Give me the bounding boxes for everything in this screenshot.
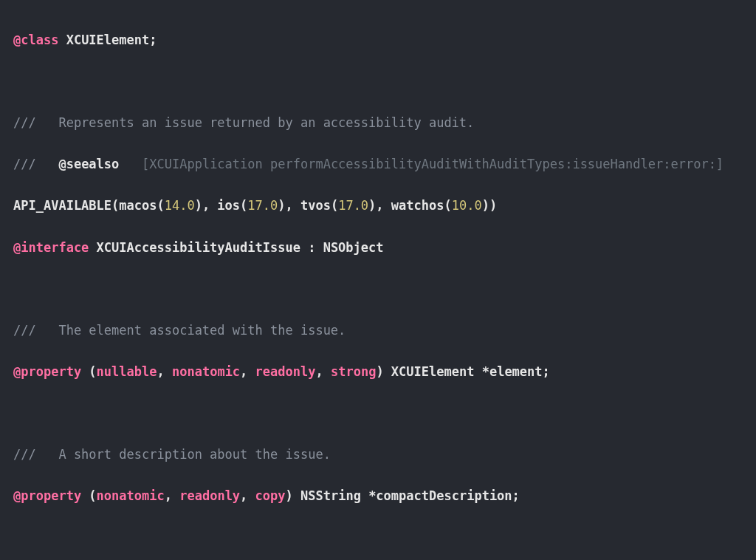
keyword-property: @property (13, 488, 81, 503)
code-line: /// @seealso [XCUIApplication performAcc… (13, 154, 743, 174)
comment: /// The element associated with the issu… (13, 323, 346, 338)
api-available: API_AVAILABLE(macos( (13, 198, 165, 213)
property-decl: ) XCUIElement *element; (376, 364, 549, 379)
code-line: @interface XCUIAccessibilityAuditIssue :… (13, 237, 743, 258)
version-number: 17.0 (247, 198, 278, 213)
keyword-interface: @interface (13, 240, 89, 255)
attr-copy: copy (255, 488, 286, 503)
attr-nonatomic: nonatomic (172, 364, 240, 379)
code-line: /// A short description about the issue. (13, 444, 743, 465)
code-line: /// Represents an issue returned by an a… (13, 112, 743, 133)
comment: /// Represents an issue returned by an a… (13, 115, 474, 130)
attr-nonatomic: nonatomic (97, 488, 165, 503)
code-line: /// The element associated with the issu… (13, 320, 743, 341)
version-number: 10.0 (452, 198, 482, 213)
code-line: API_AVAILABLE(macos(14.0), ios(17.0), tv… (13, 195, 743, 216)
code-editor[interactable]: @class XCUIElement; /// Represents an is… (0, 0, 756, 560)
interface-decl: XCUIAccessibilityAuditIssue : NSObject (89, 240, 383, 255)
code-line (13, 71, 743, 92)
code-line (13, 403, 743, 423)
comment: /// (13, 157, 58, 171)
property-decl: ) NSString *compactDescription; (286, 488, 520, 503)
code-line (13, 527, 743, 547)
keyword-class: @class (13, 33, 58, 47)
comment: /// A short description about the issue. (13, 447, 331, 462)
comment-ref: [XCUIApplication performAccessibilityAud… (119, 157, 724, 171)
code-line (13, 279, 743, 299)
attr-readonly: readonly (179, 488, 240, 503)
version-number: 14.0 (165, 198, 195, 213)
code-line: @class XCUIElement; (13, 30, 743, 50)
attr-strong: strong (331, 364, 376, 379)
code-line: @property (nullable, nonatomic, readonly… (13, 361, 743, 382)
code-line: @property (nonatomic, readonly, copy) NS… (13, 485, 743, 506)
version-number: 17.0 (338, 198, 368, 213)
class-name: XCUIElement; (58, 33, 157, 47)
keyword-property: @property (13, 364, 81, 379)
attr-readonly: readonly (255, 364, 316, 379)
attr-nullable: nullable (97, 364, 157, 379)
doc-tag: @seealso (58, 157, 119, 171)
